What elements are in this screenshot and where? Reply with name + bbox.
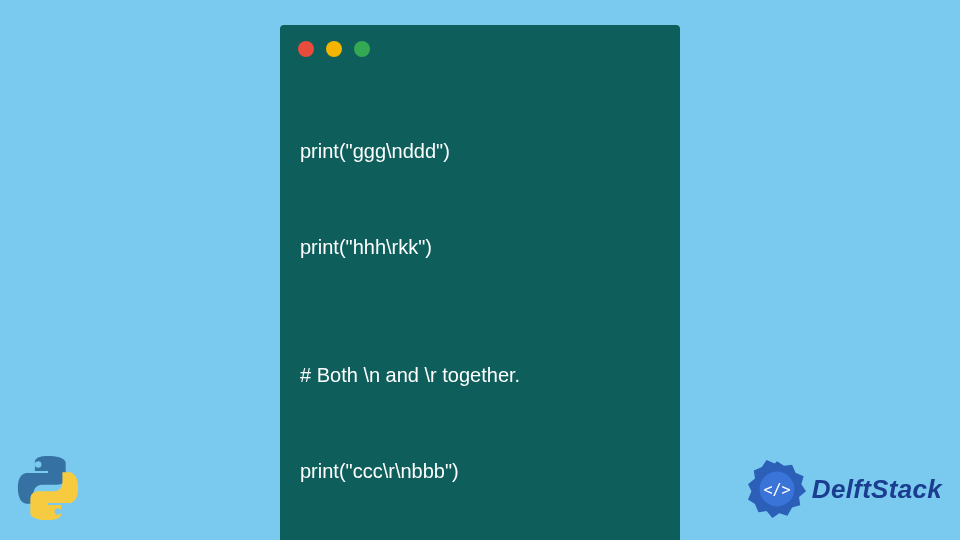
code-line: print("hhh\rkk") — [300, 231, 660, 263]
code-window: print("ggg\nddd") print("hhh\rkk") # Bot… — [280, 25, 680, 540]
zoom-icon — [354, 41, 370, 57]
code-line: print("ggg\nddd") — [300, 135, 660, 167]
brand-name: DelftStack — [812, 474, 942, 505]
close-icon — [298, 41, 314, 57]
minimize-icon — [326, 41, 342, 57]
gear-icon: </> — [748, 460, 806, 518]
code-body: print("ggg\nddd") print("hhh\rkk") # Bot… — [280, 67, 680, 540]
code-line: print("ccc\r\nbbb") — [300, 455, 660, 487]
python-logo-icon — [12, 452, 84, 524]
svg-text:</>: </> — [763, 481, 790, 499]
delftstack-logo: </> DelftStack — [748, 460, 942, 518]
window-titlebar — [280, 25, 680, 67]
code-comment-line: # Both \n and \r together. — [300, 359, 660, 391]
